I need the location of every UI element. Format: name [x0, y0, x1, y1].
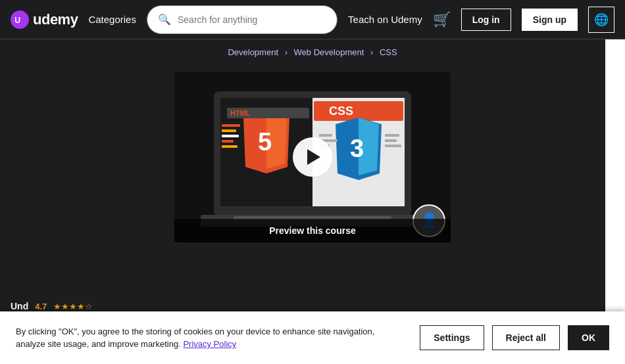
- logo[interactable]: U udemy: [11, 11, 78, 29]
- cookie-settings-button[interactable]: Settings: [420, 325, 484, 350]
- categories-button[interactable]: Categories: [88, 14, 136, 25]
- udemy-logo-icon: U: [11, 11, 29, 29]
- video-thumbnail[interactable]: 5 HTML CSS 3: [174, 72, 451, 242]
- search-input[interactable]: [178, 14, 326, 25]
- header: U udemy Categories 🔍 Teach on Udemy 🛒 Lo…: [0, 0, 625, 39]
- svg-text:CSS: CSS: [329, 104, 353, 118]
- breadcrumb: Development › Web Development › CSS: [0, 39, 625, 65]
- svg-text:U: U: [14, 16, 20, 25]
- svg-rect-28: [385, 145, 401, 147]
- login-button[interactable]: Log in: [461, 9, 511, 31]
- rating-number: 4.7: [35, 302, 47, 311]
- svg-rect-14: [222, 135, 239, 137]
- svg-rect-23: [319, 134, 332, 137]
- svg-rect-26: [385, 134, 399, 137]
- teach-on-udemy-link[interactable]: Teach on Udemy: [348, 14, 422, 25]
- globe-icon: 🌐: [594, 12, 609, 27]
- preview-label[interactable]: Preview this course: [174, 219, 451, 242]
- search-bar: 🔍: [147, 5, 338, 34]
- svg-text:HTML: HTML: [230, 109, 251, 117]
- rating-stars: ★★★★☆: [53, 302, 93, 311]
- play-icon: [307, 149, 320, 165]
- cookie-message: By clicking "OK", you agree to the stori…: [16, 325, 404, 351]
- svg-text:5: 5: [258, 128, 272, 156]
- svg-text:3: 3: [350, 135, 364, 162]
- breadcrumb-sep-1: ›: [285, 47, 290, 57]
- cookie-banner: By clicking "OK", you agree to the stori…: [0, 311, 625, 364]
- language-button[interactable]: 🌐: [588, 7, 614, 33]
- play-button[interactable]: [293, 137, 332, 177]
- cookie-reject-button[interactable]: Reject all: [492, 325, 560, 350]
- logo-text: udemy: [33, 11, 78, 28]
- breadcrumb-css: CSS: [380, 47, 397, 57]
- main-content: 5 HTML CSS 3: [0, 65, 625, 242]
- search-icon: 🔍: [158, 13, 171, 26]
- cookie-ok-button[interactable]: OK: [568, 325, 609, 350]
- svg-rect-12: [222, 124, 240, 127]
- signup-button[interactable]: Sign up: [522, 9, 578, 31]
- breadcrumb-sep-2: ›: [370, 47, 376, 57]
- svg-rect-16: [222, 145, 238, 148]
- svg-rect-15: [222, 140, 234, 143]
- breadcrumb-web-development[interactable]: Web Development: [294, 47, 364, 57]
- privacy-policy-link[interactable]: Privacy Policy: [183, 339, 236, 349]
- svg-rect-13: [222, 129, 236, 132]
- course-title-partial: Und: [11, 301, 28, 311]
- breadcrumb-development[interactable]: Development: [228, 47, 278, 57]
- cart-icon[interactable]: 🛒: [433, 11, 451, 28]
- cookie-buttons: Settings Reject all OK: [420, 325, 609, 350]
- svg-rect-27: [385, 139, 397, 142]
